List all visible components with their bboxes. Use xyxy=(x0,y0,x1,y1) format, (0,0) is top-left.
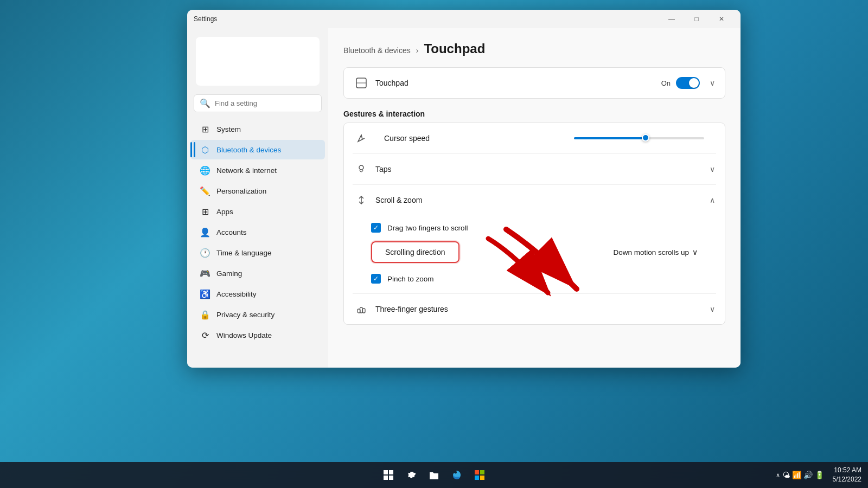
touchpad-icon xyxy=(354,75,369,91)
scroll-zoom-label: Scroll & zoom xyxy=(375,196,705,204)
taskbar: ∧ 🌤 📶 🔊 🔋 10:52 AM 5/12/2022 xyxy=(0,462,868,488)
search-box[interactable]: 🔍 xyxy=(194,94,322,112)
window-body: 🔍 ⊞ System ⬡ Bluetooth & devices 🌐 Netwo… xyxy=(187,28,741,368)
taskbar-volume-icon[interactable]: 🔊 xyxy=(803,471,813,479)
sidebar-item-label-time: Time & language xyxy=(216,249,272,257)
search-input[interactable] xyxy=(215,99,316,107)
taskbar-wifi-icon[interactable]: 📶 xyxy=(792,471,801,479)
taskbar-weather-icon[interactable]: 🌤 xyxy=(782,471,790,479)
touchpad-toggle[interactable] xyxy=(676,77,700,89)
main-content: Bluetooth & devices › Touchpad Touchpad xyxy=(328,28,741,368)
sidebar-item-personalization[interactable]: ✏️ Personalization xyxy=(190,181,325,201)
svg-rect-7 xyxy=(384,470,388,474)
system-icon: ⊞ xyxy=(200,124,210,134)
sidebar-item-accounts[interactable]: 👤 Accounts xyxy=(190,222,325,242)
sidebar-item-network[interactable]: 🌐 Network & internet xyxy=(190,160,325,180)
taskbar-edge-button[interactable] xyxy=(447,465,467,485)
breadcrumb-parent[interactable]: Bluetooth & devices xyxy=(343,46,411,55)
taskbar-date: 5/12/2022 xyxy=(833,475,861,484)
sidebar-item-bluetooth[interactable]: ⬡ Bluetooth & devices xyxy=(190,140,325,159)
network-icon: 🌐 xyxy=(200,165,210,175)
taskbar-settings-button[interactable] xyxy=(401,465,421,485)
scrolling-direction-button[interactable]: Scrolling direction xyxy=(371,241,459,263)
cursor-speed-slider[interactable] xyxy=(574,137,715,139)
taps-chevron: ∨ xyxy=(710,165,715,174)
sidebar-item-system[interactable]: ⊞ System xyxy=(190,119,325,139)
sidebar-item-label-privacy: Privacy & security xyxy=(216,311,275,319)
sidebar-item-accessibility[interactable]: ♿ Accessibility xyxy=(190,284,325,304)
sidebar-item-privacy[interactable]: 🔒 Privacy & security xyxy=(190,305,325,324)
pinch-to-zoom-checkbox[interactable]: ✓ xyxy=(371,274,381,284)
scroll-zoom-content: ✓ Drag two fingers to scroll Scrolling d… xyxy=(344,215,725,293)
sidebar-item-label-bluetooth: Bluetooth & devices xyxy=(216,146,281,154)
scroll-zoom-row[interactable]: Scroll & zoom ∧ xyxy=(344,185,725,215)
avatar xyxy=(196,37,320,86)
search-icon: 🔍 xyxy=(200,98,210,108)
touchpad-toggle-label: On xyxy=(661,79,671,87)
scroll-zoom-icon xyxy=(354,192,369,208)
accounts-icon: 👤 xyxy=(200,227,210,237)
cursor-speed-row: Cursor speed xyxy=(344,123,725,153)
svg-point-2 xyxy=(359,165,363,170)
svg-rect-8 xyxy=(389,470,393,474)
maximize-button[interactable]: □ xyxy=(684,10,709,28)
drag-two-fingers-row: ✓ Drag two fingers to scroll xyxy=(344,217,725,238)
drag-two-fingers-checkbox[interactable]: ✓ xyxy=(371,223,381,233)
drag-two-fingers-label: Drag two fingers to scroll xyxy=(387,224,468,232)
window-controls: — □ ✕ xyxy=(659,10,734,28)
breadcrumb: Bluetooth & devices › Touchpad xyxy=(343,41,725,56)
taps-row[interactable]: Taps ∨ xyxy=(344,154,725,184)
touchpad-chevron: ∨ xyxy=(710,79,715,87)
sidebar-item-label-accounts: Accounts xyxy=(216,228,247,236)
taskbar-time-block[interactable]: 10:52 AM 5/12/2022 xyxy=(833,466,861,484)
scroll-zoom-chevron: ∧ xyxy=(710,196,715,204)
taskbar-center xyxy=(379,465,489,485)
svg-rect-11 xyxy=(475,470,479,474)
minimize-button[interactable]: — xyxy=(659,10,684,28)
taskbar-time: 10:52 AM xyxy=(833,466,861,475)
sidebar-item-apps[interactable]: ⊞ Apps xyxy=(190,202,325,221)
sidebar-item-time[interactable]: 🕐 Time & language xyxy=(190,243,325,262)
sidebar-item-update[interactable]: ⟳ Windows Update xyxy=(190,325,325,345)
slider-thumb[interactable] xyxy=(642,134,649,142)
personalization-icon: ✏️ xyxy=(200,186,210,196)
bluetooth-icon: ⬡ xyxy=(200,145,210,155)
sidebar-item-label-apps: Apps xyxy=(216,208,233,216)
sidebar-item-label-personalization: Personalization xyxy=(216,187,266,195)
svg-rect-9 xyxy=(384,476,388,480)
three-finger-row[interactable]: Three-finger gestures ∨ xyxy=(344,294,725,324)
settings-window: Settings — □ ✕ 🔍 ⊞ System xyxy=(187,10,741,368)
touchpad-card-header[interactable]: Touchpad On ∨ xyxy=(344,68,725,98)
taskbar-store-button[interactable] xyxy=(470,465,489,485)
scrolling-direction-value: Down motion scrolls up ∨ xyxy=(613,248,698,256)
slider-track xyxy=(574,137,704,139)
taskbar-right: ∧ 🌤 📶 🔊 🔋 10:52 AM 5/12/2022 xyxy=(776,466,861,484)
sidebar-item-label-accessibility: Accessibility xyxy=(216,290,257,298)
touchpad-toggle-area: On ∨ xyxy=(661,77,715,89)
sidebar-item-gaming[interactable]: 🎮 Gaming xyxy=(190,264,325,283)
taskbar-chevron-icon[interactable]: ∧ xyxy=(776,472,780,479)
taps-label: Taps xyxy=(375,165,705,174)
privacy-icon: 🔒 xyxy=(200,310,210,319)
gaming-icon: 🎮 xyxy=(200,268,210,278)
sidebar-item-label-system: System xyxy=(216,125,241,133)
titlebar: Settings — □ ✕ xyxy=(187,10,741,28)
three-finger-label: Three-finger gestures xyxy=(375,305,705,313)
breadcrumb-current: Touchpad xyxy=(424,41,485,56)
desktop: Settings — □ ✕ 🔍 ⊞ System xyxy=(0,0,868,488)
scrolling-direction-chevron: ∨ xyxy=(692,248,698,256)
taskbar-sys-icons: ∧ 🌤 📶 🔊 🔋 xyxy=(776,471,824,479)
accessibility-icon: ♿ xyxy=(200,289,210,299)
three-finger-chevron: ∨ xyxy=(710,305,715,313)
svg-rect-10 xyxy=(389,476,393,480)
gestures-card: Cursor speed xyxy=(343,123,725,325)
sidebar-item-label-update: Windows Update xyxy=(216,331,272,339)
taskbar-explorer-button[interactable] xyxy=(424,465,444,485)
apps-icon: ⊞ xyxy=(200,207,210,216)
taskbar-start-button[interactable] xyxy=(379,465,398,485)
cursor-speed-label: Cursor speed xyxy=(384,134,565,143)
three-finger-icon xyxy=(354,301,369,317)
touchpad-title: Touchpad xyxy=(375,79,661,87)
close-button[interactable]: ✕ xyxy=(709,10,734,28)
taskbar-battery-icon[interactable]: 🔋 xyxy=(815,471,824,479)
